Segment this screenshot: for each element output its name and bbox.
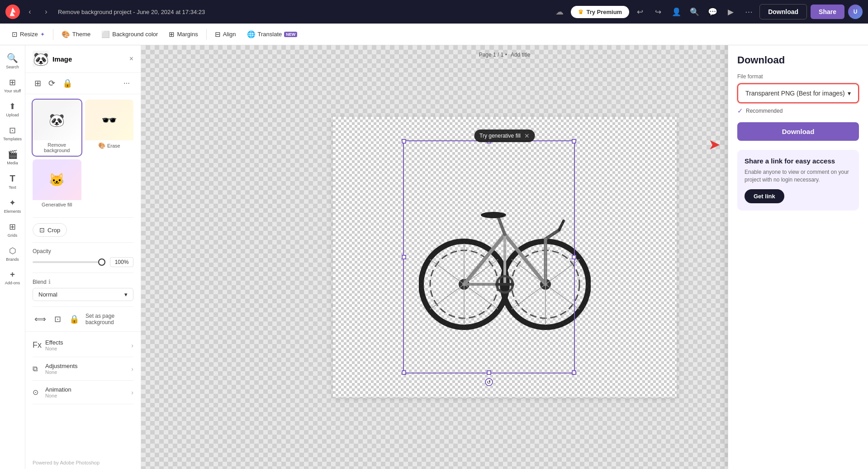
sidebar-item-media[interactable]: 🎬 Media	[1, 146, 24, 169]
rotate-handle[interactable]: ↺	[485, 378, 493, 386]
pagebg-icon-3[interactable]: 🔒	[67, 312, 81, 326]
background-color-button[interactable]: ⬜ Background color	[97, 28, 162, 41]
toolbar-divider-2	[206, 29, 207, 40]
templates-icon: ⊡	[9, 125, 16, 135]
pagebg-icon-2[interactable]: ⊡	[52, 312, 63, 326]
forward-button[interactable]: ›	[40, 5, 52, 18]
generative-fill-label: Generative fill	[33, 200, 81, 210]
cloud-save-icon[interactable]: ☁	[555, 7, 564, 17]
sidebar-item-upload[interactable]: ⬆ Upload	[1, 98, 24, 121]
generative-fill-card[interactable]: 🐱 Generative fill	[33, 159, 81, 210]
file-format-chevron-icon: ▾	[848, 90, 851, 97]
sidebar-label-search: Search	[6, 65, 19, 69]
sidebar-item-elements[interactable]: ✦ Elements	[1, 194, 24, 217]
remove-background-label: Remove background	[33, 140, 81, 156]
animation-item[interactable]: ⊙ Animation None ›	[33, 381, 133, 404]
panel-close-button[interactable]: ×	[129, 55, 133, 63]
main-layout: 🔍 Search ⊞ Your stuff ⬆ Upload ⊡ Templat…	[0, 45, 868, 469]
animation-title: Animation	[45, 386, 131, 393]
file-format-label: File format	[737, 73, 859, 80]
effects-item[interactable]: Fx Effects None ›	[33, 334, 133, 357]
resize-premium-icon: ✦	[40, 31, 45, 38]
theme-button[interactable]: 🎨 Theme	[57, 28, 95, 41]
crop-button[interactable]: ⊡ Crop	[33, 223, 67, 237]
translate-button[interactable]: 🌐 Translate NEW	[242, 28, 302, 41]
panel-more-button[interactable]: ⋯	[120, 78, 133, 89]
align-button[interactable]: ⊟ Align	[210, 28, 241, 41]
resize-button[interactable]: ⊡ Resize ✦	[7, 28, 49, 41]
gen-fill-close-button[interactable]: ✕	[524, 132, 530, 139]
canvas-page: ↺ Try generative fill ✕	[333, 117, 677, 397]
erase-card[interactable]: 🕶️ 🎨 Erase	[85, 100, 134, 156]
more-options-button[interactable]: ⋯	[741, 5, 756, 19]
blend-label: Blend ℹ	[33, 278, 51, 285]
chat-button[interactable]: 💬	[705, 5, 720, 19]
app-logo[interactable]	[5, 5, 20, 19]
replace-tool-button[interactable]: ⟳	[47, 77, 57, 90]
toolbar: ⊡ Resize ✦ 🎨 Theme ⬜ Background color ⊞ …	[0, 24, 868, 45]
sidebar-item-grids[interactable]: ⊞ Grids	[1, 218, 24, 241]
blend-chevron-icon: ▾	[124, 291, 128, 298]
try-premium-button[interactable]: ♛ Try Premium	[571, 6, 629, 18]
pagebg-icon-1[interactable]: ⟺	[33, 312, 48, 326]
topbar-right: ↩ ↪ 👤 🔍 💬 ▶ ⋯ Download Share U	[633, 4, 863, 19]
panel-footer: Powered by Adobe Photoshop	[25, 456, 141, 469]
file-format-select[interactable]: Transparent PNG (Best for images) ▾	[739, 85, 857, 101]
opacity-value: 100%	[110, 257, 133, 267]
adjustments-info: Adjustments None	[45, 363, 131, 375]
crop-section: ⊡ Crop	[25, 220, 141, 240]
opacity-slider[interactable]	[33, 261, 105, 263]
sidebar-item-addons[interactable]: + Add-ons	[1, 266, 24, 289]
topbar: ‹ › Remove background project - June 20,…	[0, 0, 868, 24]
redo-button[interactable]: ↪	[651, 5, 665, 19]
erase-thumb: 🕶️	[85, 100, 134, 140]
divider-4	[33, 306, 133, 307]
opacity-row: 100%	[33, 257, 133, 267]
avatar[interactable]: U	[848, 5, 863, 19]
svg-line-28	[512, 284, 545, 309]
set-as-page-bg-label[interactable]: Set as page background	[85, 313, 133, 325]
handle-br[interactable]	[572, 370, 576, 375]
sidebar-item-text[interactable]: T Text	[1, 170, 24, 193]
share-button[interactable]: Share	[811, 5, 844, 19]
resize-icon: ⊡	[12, 30, 18, 38]
bicycle-image[interactable]	[419, 180, 591, 334]
sidebar-item-templates[interactable]: ⊡ Templates	[1, 122, 24, 145]
download-top-button[interactable]: Download	[759, 4, 807, 19]
arrange-tool-button[interactable]: ⊞	[33, 77, 43, 90]
handle-ml[interactable]	[402, 255, 406, 259]
adjustments-item[interactable]: ⧉ Adjustments None ›	[33, 357, 133, 381]
adjustments-icon: ⧉	[33, 365, 45, 373]
margins-button[interactable]: ⊞ Margins	[164, 28, 202, 41]
page-number: Page 1 / 1 •	[479, 52, 507, 58]
handle-bc[interactable]	[487, 370, 491, 375]
blend-select[interactable]: Normal ▾	[33, 288, 133, 301]
lock-tool-button[interactable]: 🔒	[61, 77, 74, 90]
sidebar-item-search[interactable]: 🔍 Search	[1, 49, 24, 73]
blend-section: Blend ℹ Normal ▾	[25, 275, 141, 305]
sidebar-item-yourstuff[interactable]: ⊞ Your stuff	[1, 74, 24, 97]
add-title-link[interactable]: Add title	[511, 52, 530, 58]
handle-bl[interactable]	[402, 370, 406, 375]
collaborators-button[interactable]: 👤	[669, 5, 683, 19]
download-panel: Download File format Transparent PNG (Be…	[728, 45, 868, 469]
handle-tr[interactable]	[572, 139, 576, 144]
theme-label: Theme	[72, 31, 90, 38]
remove-background-card[interactable]: 🐼 Remove background	[33, 100, 81, 156]
divider-2	[33, 242, 133, 243]
get-link-button[interactable]: Get link	[745, 189, 784, 203]
back-button[interactable]: ‹	[24, 5, 36, 18]
download-action-button[interactable]: Download	[737, 122, 859, 141]
svg-line-25	[545, 259, 579, 284]
handle-tl[interactable]	[402, 139, 406, 144]
background-color-icon: ⬜	[101, 30, 110, 38]
divider-1	[33, 217, 133, 218]
sidebar-item-brands[interactable]: ⬡ Brands	[1, 242, 24, 265]
page-indicator: Page 1 / 1 • Add title	[479, 52, 531, 58]
undo-button[interactable]: ↩	[633, 5, 647, 19]
blend-label-text: Blend	[33, 279, 47, 285]
upload-icon: ⬆	[9, 101, 16, 111]
effects-info: Effects None	[45, 339, 131, 351]
present-button[interactable]: ▶	[723, 5, 738, 19]
search-button[interactable]: 🔍	[687, 5, 702, 19]
